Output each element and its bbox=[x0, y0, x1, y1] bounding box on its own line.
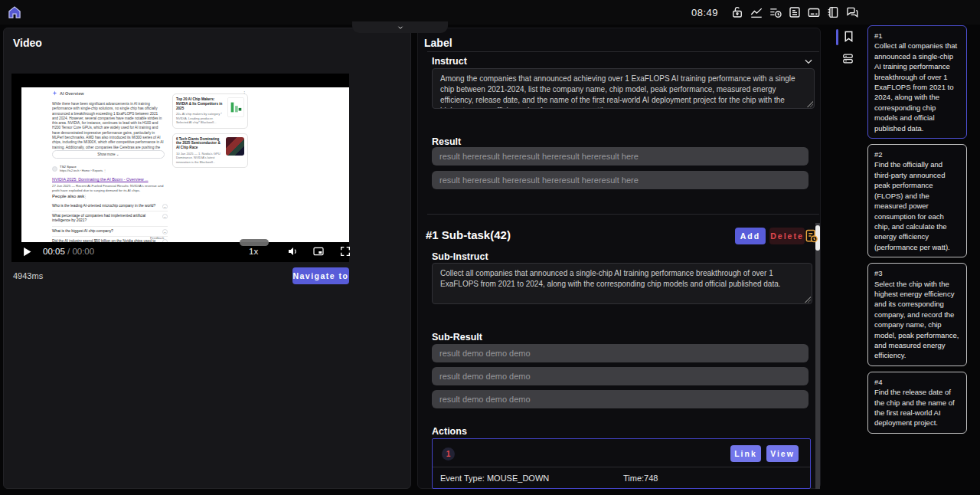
article-thumbnail bbox=[226, 137, 244, 156]
resize-grip[interactable] bbox=[807, 101, 813, 107]
instruct-label: Instruct bbox=[432, 56, 467, 67]
subtask-title: #1 Sub-task(42) bbox=[426, 228, 511, 241]
document-icon[interactable] bbox=[788, 5, 802, 19]
video-panel-title: Video bbox=[13, 37, 42, 49]
scrubber-preview bbox=[240, 239, 269, 246]
action-index-badge: 1 bbox=[442, 447, 455, 461]
chevron-down-icon: ⌄ bbox=[162, 204, 168, 209]
chat-icon[interactable] bbox=[845, 5, 859, 19]
navigate-to-button[interactable]: Navigate to bbox=[292, 267, 349, 284]
paa-question: Who is the leading AI-oriented microchip… bbox=[52, 202, 168, 211]
line-chart-icon[interactable] bbox=[750, 5, 763, 19]
delete-button[interactable]: Delete bbox=[769, 228, 805, 244]
result-source: TS2 Space https://ts2.tech › Home › Repo… bbox=[52, 165, 106, 172]
subtask-card-1[interactable]: #1 Collect all companies that announced … bbox=[867, 25, 967, 139]
subtask-card-list: #1 Collect all companies that announced … bbox=[867, 25, 967, 434]
sub-instruct-label: Sub-Instruct bbox=[432, 251, 488, 262]
event-type: Event Type: MOUSE_DOWN bbox=[440, 474, 549, 483]
sub-result-input[interactable] bbox=[432, 344, 808, 362]
active-tab-indicator bbox=[836, 29, 838, 45]
scrollbar[interactable] bbox=[815, 223, 820, 489]
unlock-icon[interactable] bbox=[730, 5, 744, 19]
actions-box: 1 Link View Event Type: MOUSE_DOWN Time:… bbox=[432, 438, 811, 489]
top-drawer-handle[interactable] bbox=[352, 21, 448, 33]
card-id: #2 bbox=[874, 149, 960, 159]
section-divider bbox=[427, 214, 819, 215]
app-root: 08:49 Video AI Overview ⋮ While there ha bbox=[0, 0, 980, 495]
paa-question: What percentage of companies had impleme… bbox=[52, 211, 168, 226]
link-button[interactable]: Link bbox=[730, 445, 761, 462]
sub-result-label: Sub-Result bbox=[432, 332, 482, 343]
picture-in-picture-icon[interactable] bbox=[312, 245, 325, 257]
card-text: Find the release date of the chip and th… bbox=[874, 387, 960, 428]
card-id: #4 bbox=[874, 377, 960, 387]
label-panel-title: Label bbox=[424, 37, 452, 49]
bar-chart-thumbnail bbox=[227, 97, 244, 117]
label-panel: Label Instruct Among the companies that … bbox=[417, 28, 821, 489]
topbar-right: 08:49 bbox=[691, 0, 859, 25]
chevron-down-icon: ⌄ bbox=[162, 214, 168, 219]
result-input[interactable] bbox=[432, 147, 808, 166]
feedback-link: Feedback bbox=[150, 236, 164, 240]
card-id: #1 bbox=[874, 31, 960, 41]
sub-result-input[interactable] bbox=[432, 367, 808, 385]
chevron-down-icon: ⌄ bbox=[162, 229, 168, 234]
show-more-button: Show more ⌄ bbox=[52, 150, 165, 159]
clock: 08:49 bbox=[691, 7, 718, 18]
subtitle-card-icon[interactable] bbox=[807, 5, 821, 19]
serp-card: Top 20 AI Chip Makers: NVIDIA & Its Comp… bbox=[172, 93, 248, 129]
pending-doc-icon[interactable] bbox=[804, 228, 819, 244]
video-controls: 00:05 / 00:00 1x bbox=[11, 242, 349, 262]
notebook-icon[interactable] bbox=[826, 5, 840, 19]
ai-overview-paragraph: While there have been significant advanc… bbox=[52, 102, 165, 150]
subtask-card-3[interactable]: #3 Select the chip with the highest ener… bbox=[867, 263, 967, 366]
instruct-textarea[interactable]: Among the companies that announced achie… bbox=[432, 68, 815, 109]
subtask-card-2[interactable]: #2 Find the officially and third-party a… bbox=[867, 144, 967, 257]
paa-question: What is the biggest AI chip company?⌄ bbox=[52, 227, 168, 237]
serp-card: 6 Tech Giants Dominating the 2025 Semico… bbox=[172, 133, 248, 169]
result-link: NVIDIA 2025: Dominating the AI Boom - Ov… bbox=[52, 177, 149, 182]
instruct-section-border bbox=[427, 51, 819, 52]
history-list-icon[interactable] bbox=[769, 5, 782, 19]
actions-divider bbox=[433, 467, 810, 467]
playback-speed-button[interactable]: 1x bbox=[249, 247, 258, 256]
time-display: 00:05 / 00:00 bbox=[43, 247, 94, 256]
add-button[interactable]: Add bbox=[735, 228, 766, 244]
people-also-ask-title: People also ask bbox=[52, 194, 84, 198]
card-text: Select the chip with the highest energy … bbox=[874, 279, 960, 361]
home-icon[interactable] bbox=[7, 5, 22, 20]
sparkle-icon bbox=[52, 90, 57, 96]
serp-side-cards: Top 20 AI Chip Makers: NVIDIA & Its Comp… bbox=[172, 93, 248, 172]
result-snippet: 27 Jun 2025 — Recent AI-Fueled Financial… bbox=[52, 184, 167, 193]
resize-grip[interactable] bbox=[805, 297, 811, 303]
collapse-chevron-icon[interactable] bbox=[803, 56, 814, 67]
play-button[interactable] bbox=[21, 246, 33, 257]
subtask-card-4[interactable]: #4 Find the release date of the chip and… bbox=[867, 372, 967, 434]
favicon bbox=[52, 166, 57, 172]
view-button[interactable]: View bbox=[766, 445, 799, 462]
volume-icon[interactable] bbox=[287, 245, 299, 257]
sub-result-input[interactable] bbox=[432, 390, 808, 408]
bookmark-icon[interactable] bbox=[842, 30, 855, 43]
video-frame: AI Overview ⋮ While there have been sign… bbox=[21, 87, 349, 242]
sub-instruct-textarea[interactable]: Collect all companies that announced a s… bbox=[432, 263, 812, 304]
video-player[interactable]: AI Overview ⋮ While there have been sign… bbox=[11, 74, 349, 262]
card-id: #3 bbox=[874, 268, 960, 278]
actions-label: Actions bbox=[432, 426, 467, 437]
ai-overview-row: AI Overview bbox=[52, 90, 84, 96]
card-text: Find the officially and third-party anno… bbox=[874, 159, 960, 252]
video-panel: Video AI Overview ⋮ While there have bee… bbox=[3, 28, 411, 489]
rows-icon[interactable] bbox=[841, 52, 854, 65]
fullscreen-icon[interactable] bbox=[339, 245, 351, 257]
card-text: Collect all companies that announced a s… bbox=[874, 41, 960, 133]
topbar: 08:49 bbox=[0, 0, 980, 25]
event-time: Time:748 bbox=[623, 474, 658, 483]
frame-timestamp: 4943ms bbox=[13, 271, 43, 280]
result-input[interactable] bbox=[432, 171, 808, 189]
chevron-down-icon bbox=[397, 24, 404, 31]
result-label: Result bbox=[432, 136, 461, 147]
